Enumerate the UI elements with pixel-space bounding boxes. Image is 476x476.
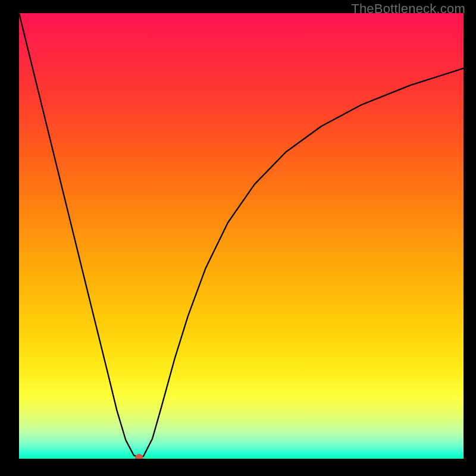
chart-frame: TheBottleneck.com — [0, 0, 476, 476]
axis-bottom-mask — [19, 459, 464, 476]
chart-svg — [19, 13, 464, 459]
curve-right — [139, 68, 464, 458]
curve-left — [19, 13, 139, 458]
plot-area — [19, 13, 464, 459]
min-point-marker — [135, 454, 143, 459]
